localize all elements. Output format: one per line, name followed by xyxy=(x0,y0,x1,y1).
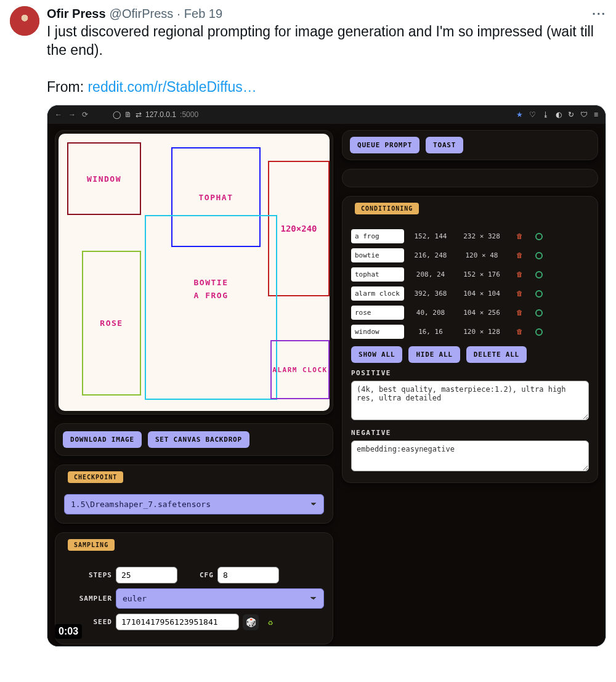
sampler-label: SAMPLER xyxy=(64,595,112,603)
steps-input[interactable] xyxy=(116,567,177,583)
shield-badge-icon[interactable]: 🛡 xyxy=(580,110,588,119)
shield-icon: ◯ xyxy=(113,110,121,119)
conditioning-size: 232 × 328 xyxy=(457,232,506,240)
more-menu-icon[interactable]: ··· xyxy=(592,6,606,21)
region-window[interactable]: WINDOW xyxy=(67,142,141,215)
conditioning-size: 152 × 176 xyxy=(457,270,506,278)
visibility-toggle-icon[interactable] xyxy=(535,233,543,240)
sampler-select[interactable]: euler xyxy=(116,588,324,609)
trash-icon[interactable]: 🗑 xyxy=(513,232,526,240)
extension-icon[interactable]: ◐ xyxy=(556,110,562,119)
conditioning-position: 16, 16 xyxy=(410,328,451,336)
trash-icon[interactable]: 🗑 xyxy=(513,328,526,336)
url-bar[interactable]: ◯ 🗎 ⇄ 127.0.0.1:5000 xyxy=(113,110,198,119)
conditioning-position: 208, 24 xyxy=(410,270,451,278)
negative-label: NEGATIVE xyxy=(351,429,589,437)
region-rose[interactable]: ROSE xyxy=(82,251,141,396)
set-canvas-backdrop-button[interactable]: SET CANVAS BACKDROP xyxy=(148,431,249,448)
trash-icon[interactable]: 🗑 xyxy=(513,270,526,278)
connection-icon: ⇄ xyxy=(136,110,142,119)
conditioning-name-input[interactable] xyxy=(351,229,404,243)
video-timestamp: 0:03 xyxy=(55,624,82,639)
avatar[interactable] xyxy=(10,6,39,36)
account-icon[interactable]: ↻ xyxy=(568,110,574,119)
visibility-toggle-icon[interactable] xyxy=(535,309,543,317)
positive-label: POSITIVE xyxy=(351,369,589,377)
region-canvas[interactable]: WINDOW TOPHAT 120×240 BOWTIE A FROG ROSE… xyxy=(59,134,330,411)
conditioning-size: 104 × 256 xyxy=(457,309,506,317)
hide-all-button[interactable]: HIDE ALL xyxy=(408,346,460,363)
trash-icon[interactable]: 🗑 xyxy=(513,251,526,259)
conditioning-size: 120 × 128 xyxy=(457,328,506,336)
handle[interactable]: @OfirPress xyxy=(110,6,174,21)
conditioning-name-input[interactable] xyxy=(351,248,404,262)
queue-prompt-button[interactable]: QUEUE PROMPT xyxy=(350,137,419,153)
visibility-toggle-icon[interactable] xyxy=(535,271,543,278)
reload-icon[interactable]: ⟳ xyxy=(82,110,88,119)
progress-bar xyxy=(342,169,598,187)
conditioning-size: 104 × 104 xyxy=(457,290,506,298)
conditioning-section-label: CONDITIONING xyxy=(355,203,419,214)
pocket-icon[interactable]: ♡ xyxy=(529,110,536,119)
conditioning-position: 216, 248 xyxy=(410,251,451,259)
steps-label: STEPS xyxy=(64,571,112,579)
checkpoint-select[interactable]: 1.5\Dreamshaper_7.safetensors xyxy=(64,494,324,514)
back-icon[interactable]: ← xyxy=(55,110,62,119)
delete-all-button[interactable]: DELETE ALL xyxy=(466,346,527,363)
conditioning-name-input[interactable] xyxy=(351,286,404,301)
conditioning-size: 120 × 48 xyxy=(457,251,506,259)
conditioning-name-input[interactable] xyxy=(351,306,404,320)
region-dimensions[interactable]: 120×240 xyxy=(268,161,330,296)
cfg-label: CFG xyxy=(200,571,214,579)
download-icon[interactable]: ⭳ xyxy=(542,110,549,119)
show-all-button[interactable]: SHOW ALL xyxy=(351,346,402,363)
region-alarm-clock[interactable]: ALARM CLOCK xyxy=(270,340,330,399)
display-name[interactable]: Ofir Press xyxy=(47,6,106,21)
seed-input[interactable] xyxy=(116,614,239,630)
sampling-section-label: SAMPLING xyxy=(68,539,115,551)
forward-icon[interactable]: → xyxy=(68,110,76,119)
tweet-link[interactable]: reddit.com/r/StableDiffus… xyxy=(87,79,256,95)
bookmark-star-icon[interactable]: ★ xyxy=(516,110,523,119)
visibility-toggle-icon[interactable] xyxy=(535,252,543,259)
negative-textarea[interactable] xyxy=(351,440,589,471)
toast-button[interactable]: TOAST xyxy=(426,137,463,153)
recycle-icon[interactable]: ♻ xyxy=(262,614,278,630)
tweet-media[interactable]: ← → ⟳ ◯ 🗎 ⇄ 127.0.0.1:5000 ★ ♡ ⭳ ◐ ↻ 🛡 ≡ xyxy=(47,105,606,647)
checkpoint-section-label: CHECKPOINT xyxy=(68,471,123,483)
conditioning-name-input[interactable] xyxy=(351,267,404,282)
tweet-text: I just discovered regional prompting for… xyxy=(47,22,606,96)
region-frog[interactable]: BOWTIE A FROG xyxy=(145,215,277,400)
conditioning-table: 152, 144232 × 328🗑216, 248120 × 48🗑208, … xyxy=(351,229,589,339)
page-icon: 🗎 xyxy=(124,110,132,119)
visibility-toggle-icon[interactable] xyxy=(535,290,543,298)
download-image-button[interactable]: DOWNLOAD IMAGE xyxy=(63,431,142,448)
separator-dot: · xyxy=(177,6,180,21)
conditioning-name-input[interactable] xyxy=(351,325,404,339)
conditioning-position: 392, 368 xyxy=(410,290,451,298)
positive-textarea[interactable] xyxy=(351,381,589,420)
browser-toolbar: ← → ⟳ ◯ 🗎 ⇄ 127.0.0.1:5000 ★ ♡ ⭳ ◐ ↻ 🛡 ≡ xyxy=(47,105,606,124)
conditioning-position: 152, 144 xyxy=(410,232,451,240)
trash-icon[interactable]: 🗑 xyxy=(513,309,526,317)
trash-icon[interactable]: 🗑 xyxy=(513,290,526,298)
menu-icon[interactable]: ≡ xyxy=(594,110,598,119)
cfg-input[interactable] xyxy=(217,567,279,583)
tweet-date[interactable]: Feb 19 xyxy=(184,6,222,21)
conditioning-position: 40, 208 xyxy=(410,309,451,317)
visibility-toggle-icon[interactable] xyxy=(535,328,543,336)
dice-icon[interactable]: 🎲 xyxy=(243,614,259,630)
